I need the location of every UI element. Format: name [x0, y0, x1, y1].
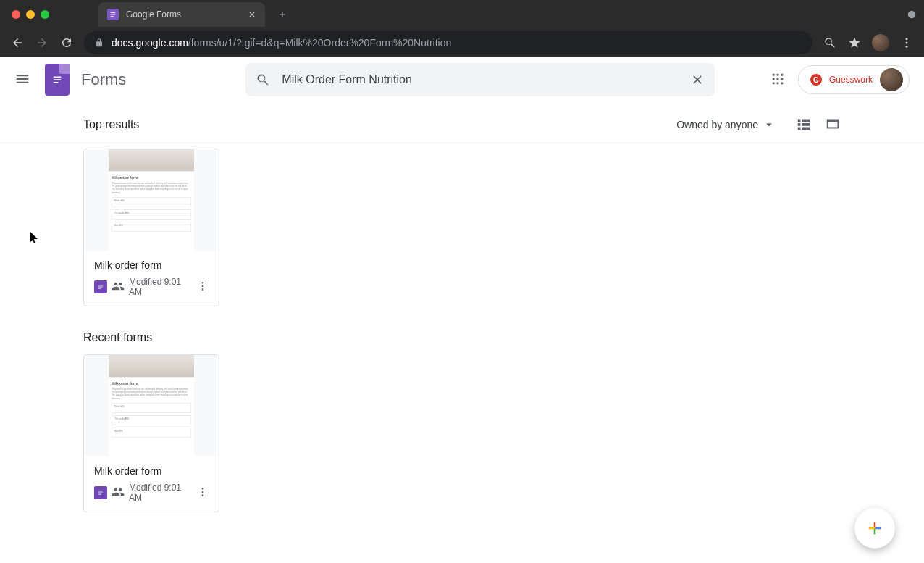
forms-favicon-icon [107, 9, 119, 20]
svg-point-16 [772, 82, 774, 84]
svg-point-5 [906, 42, 908, 44]
form-card[interactable]: Milk order form Welcome to our order for… [83, 354, 219, 512]
svg-rect-1 [111, 14, 116, 15]
card-meta: Modified 9:01 AM [129, 483, 193, 503]
search-input[interactable] [282, 73, 679, 86]
account-badge[interactable]: G Guesswork [798, 65, 910, 94]
back-button[interactable] [10, 36, 25, 50]
address-bar[interactable]: docs.google.com/forms/u/1/?tgif=d&q=Milk… [84, 31, 812, 54]
svg-rect-25 [98, 491, 103, 492]
url-text: docs.google.com/forms/u/1/?tgif=d&q=Milk… [112, 37, 451, 49]
svg-point-11 [776, 73, 778, 75]
close-tab-icon[interactable] [248, 10, 256, 19]
svg-point-15 [781, 78, 783, 80]
svg-point-30 [202, 494, 204, 496]
clear-search-icon[interactable] [690, 72, 705, 87]
svg-point-13 [772, 78, 774, 80]
svg-point-17 [776, 82, 778, 84]
forms-logo-icon[interactable] [45, 64, 70, 96]
form-thumbnail: Milk order form Welcome to our order for… [84, 149, 219, 251]
maximize-window-icon[interactable] [41, 10, 49, 19]
badge-label: Guesswork [829, 75, 873, 85]
cursor-icon [30, 232, 39, 245]
chevron-down-icon [763, 118, 776, 131]
svg-rect-0 [111, 12, 116, 13]
svg-rect-27 [98, 494, 101, 495]
lock-icon [94, 38, 104, 48]
owner-filter-dropdown[interactable]: Owned by anyone [676, 118, 776, 131]
svg-rect-9 [54, 82, 59, 83]
bookmark-icon[interactable] [847, 36, 862, 50]
card-more-button[interactable] [197, 486, 209, 500]
open-picker-button[interactable] [825, 116, 841, 134]
svg-rect-19 [98, 285, 103, 286]
app-title: Forms [81, 70, 126, 89]
window-controls[interactable] [6, 10, 55, 19]
tab-title: Google Forms [126, 9, 240, 20]
incognito-icon[interactable] [905, 8, 918, 21]
owner-filter-label: Owned by anyone [676, 119, 758, 130]
shared-icon [112, 280, 125, 295]
minimize-window-icon[interactable] [26, 10, 35, 19]
card-meta: Modified 9:01 AM [129, 277, 193, 297]
new-tab-button[interactable] [272, 4, 293, 25]
browser-menu-icon[interactable] [899, 36, 914, 50]
svg-point-14 [776, 78, 778, 80]
search-box[interactable] [245, 63, 715, 96]
account-avatar-icon[interactable] [880, 68, 903, 91]
svg-point-10 [772, 73, 774, 75]
forms-type-icon [94, 486, 107, 499]
svg-point-12 [781, 73, 783, 75]
svg-point-4 [906, 38, 908, 40]
svg-rect-21 [98, 288, 101, 289]
svg-rect-20 [98, 287, 103, 288]
svg-point-6 [906, 46, 908, 48]
profile-avatar-icon[interactable] [872, 34, 889, 51]
svg-point-28 [202, 488, 204, 490]
svg-point-29 [202, 491, 204, 493]
search-icon [256, 72, 270, 87]
browser-tab[interactable]: Google Forms [98, 2, 265, 27]
zoom-icon[interactable] [823, 36, 837, 50]
main-menu-button[interactable] [14, 71, 30, 89]
form-card[interactable]: Milk order form Welcome to our order for… [83, 149, 219, 306]
reload-button[interactable] [59, 36, 74, 50]
apps-launcher-icon[interactable] [770, 72, 785, 88]
alert-dot-icon: G [810, 74, 822, 86]
plus-icon [865, 518, 885, 538]
section-title-top: Top results [83, 118, 139, 131]
svg-rect-26 [98, 493, 103, 493]
svg-rect-2 [111, 16, 114, 17]
svg-point-22 [202, 282, 204, 284]
svg-point-23 [202, 285, 204, 287]
svg-point-24 [202, 288, 204, 291]
forward-button [35, 36, 49, 50]
card-title: Milk order form [94, 465, 209, 477]
card-more-button[interactable] [197, 280, 209, 294]
svg-point-3 [908, 11, 916, 19]
form-thumbnail: Milk order form Welcome to our order for… [84, 355, 219, 456]
svg-rect-7 [54, 77, 62, 78]
list-view-button[interactable] [796, 116, 812, 134]
close-window-icon[interactable] [12, 10, 20, 19]
create-form-button[interactable] [854, 508, 895, 549]
shared-icon [112, 485, 125, 501]
section-title-recent: Recent forms [83, 331, 841, 344]
forms-type-icon [94, 280, 107, 293]
card-title: Milk order form [94, 259, 209, 271]
svg-rect-8 [54, 79, 62, 80]
svg-point-18 [781, 82, 783, 84]
